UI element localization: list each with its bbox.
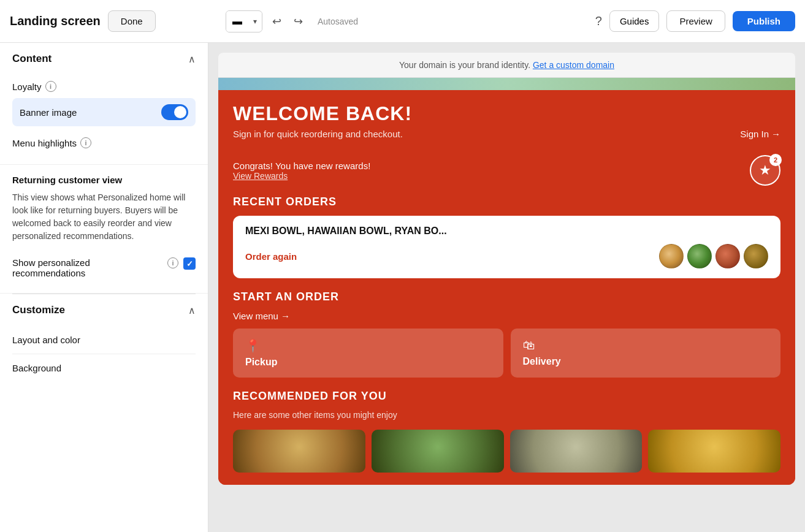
customize-section-title: Customize [12,304,65,316]
show-personalized-row: Show personalized recommendations i ✓ [12,253,196,283]
customize-collapse-button[interactable]: ∧ [188,305,196,316]
background-label: Background [12,363,61,373]
monitor-icon: ▬ [226,11,248,32]
returning-customer-section: Returning customer view This view shows … [0,165,208,294]
recent-orders-label: RECENT ORDERS [233,196,780,208]
rewards-count-badge: 2 [769,154,782,166]
start-order-label: START AN ORDER [233,291,780,303]
main-area: Content ∧ Loyalty i Banner image [0,43,805,532]
view-menu-text: View menu [233,311,278,321]
rewards-section: Congrats! You have new rewards! View Rew… [218,149,795,196]
show-personalized-label: Show personalized recommendations [12,257,159,278]
arrow-right-icon: → [281,311,290,321]
menu-highlights-label: Menu highlights [12,138,77,148]
content-collapse-button[interactable]: ∧ [188,53,196,65]
returning-section-title: Returning customer view [12,175,196,185]
food-bowl-1 [659,244,684,268]
customize-section: Customize ∧ Layout and color Background [0,294,208,392]
location-pin-icon: 📍 [245,338,491,353]
food-bowl-4 [744,244,768,268]
rec-card-4[interactable] [648,430,780,473]
layout-color-label: Layout and color [12,335,80,345]
customize-section-header: Customize ∧ [12,304,196,316]
sidebar-item-menu-highlights[interactable]: Menu highlights i [12,131,196,154]
recommended-subtitle: Here are some other items you might enjo… [233,410,780,420]
sign-in-link[interactable]: Sign In → [740,129,780,139]
delivery-option[interactable]: 🛍 Delivery [511,329,781,378]
sidebar-item-loyalty[interactable]: Loyalty i [12,75,196,98]
rewards-congrats-text: Congrats! You have new rewards! [233,161,370,171]
get-custom-domain-link[interactable]: Get a custom domain [533,60,614,70]
autosaved-status: Autosaved [318,17,358,26]
order-name: MEXI BOWL, HAWAIIAN BOWL, RYAN BO... [245,226,768,237]
recent-orders-section: RECENT ORDERS MEXI BOWL, HAWAIIAN BOWL, … [218,196,795,291]
welcome-title: WELCOME BACK! [233,102,780,125]
view-menu-link[interactable]: View menu → [233,311,290,321]
chevron-down-icon[interactable]: ▾ [248,12,262,31]
show-personalized-checkbox[interactable]: ✓ [183,257,196,270]
order-card: MEXI BOWL, HAWAIIAN BOWL, RYAN BO... Ord… [233,216,780,278]
welcome-subtitle: Sign in for quick reordering and checkou… [233,129,403,139]
rec-card-3[interactable] [510,430,643,473]
toolbar: Landing screen Done ▬ ▾ ↩ ↪ Autosaved ? … [0,0,805,43]
guides-button[interactable]: Guides [609,10,660,32]
help-button[interactable]: ? [595,14,602,28]
star-icon: ★ [759,162,771,178]
returning-section-description: This view shows what Personalized home w… [12,191,196,243]
rewards-badge: ★ 2 [750,155,780,186]
preview-area: Your domain is your brand identity. Get … [208,43,805,532]
content-section-title: Content [12,53,52,65]
view-rewards-link[interactable]: View Rewards [233,171,370,181]
toolbar-center: ▬ ▾ ↩ ↪ Autosaved [226,10,588,32]
domain-banner-text: Your domain is your brand identity. [399,60,530,70]
content-section: Content ∧ Loyalty i Banner image [0,43,208,165]
loyalty-label: Loyalty [12,82,42,92]
customize-item-layout-color[interactable]: Layout and color [12,326,196,354]
food-bowl-3 [715,244,740,268]
loyalty-info-icon[interactable]: i [45,81,56,92]
undo-button[interactable]: ↩ [267,11,286,32]
delivery-label: Delivery [523,356,769,367]
start-order-section: START AN ORDER View menu → 📍 Pickup 🛍 De… [218,291,795,390]
customize-item-background[interactable]: Background [12,354,196,382]
recommended-label: RECOMMENDED FOR YOU [233,390,780,403]
bag-icon: 🛍 [523,338,769,352]
app-frame: WELCOME BACK! Sign in for quick reorderi… [218,78,795,485]
banner-image [218,78,795,90]
arrow-right-icon: → [771,129,780,139]
toolbar-left: Landing screen Done [10,10,218,32]
rec-card-1[interactable] [233,430,365,473]
welcome-section: WELCOME BACK! Sign in for quick reorderi… [218,90,795,149]
order-food-images [659,244,768,268]
order-again-button[interactable]: Order again [245,251,297,262]
show-personalized-info-icon[interactable]: i [167,257,178,268]
content-section-header: Content ∧ [12,53,196,65]
page-title: Landing screen [10,14,101,28]
order-options: 📍 Pickup 🛍 Delivery [233,329,780,378]
pickup-option[interactable]: 📍 Pickup [233,329,503,378]
toolbar-right: ? Guides Preview Publish [595,10,795,32]
recommended-section: RECOMMENDED FOR YOU Here are some other … [218,390,795,485]
menu-highlights-info-icon[interactable]: i [80,137,91,148]
done-button[interactable]: Done [108,10,156,32]
pickup-label: Pickup [245,357,491,368]
sidebar-item-banner-image: Banner image [12,98,196,126]
banner-image-toggle[interactable] [161,104,188,120]
food-bowl-2 [687,244,712,268]
view-select[interactable]: ▬ ▾ [226,10,262,32]
publish-button[interactable]: Publish [733,11,795,31]
undo-redo-group: ↩ ↪ [267,11,308,32]
checkmark-icon: ✓ [186,259,193,268]
preview-button[interactable]: Preview [666,10,725,32]
recommended-grid [233,430,780,473]
domain-banner: Your domain is your brand identity. Get … [218,53,795,78]
banner-image-label: Banner image [20,107,77,118]
redo-button[interactable]: ↪ [289,11,308,32]
sidebar: Content ∧ Loyalty i Banner image [0,43,208,532]
rec-card-2[interactable] [372,430,504,473]
sign-in-text: Sign In [740,129,769,139]
